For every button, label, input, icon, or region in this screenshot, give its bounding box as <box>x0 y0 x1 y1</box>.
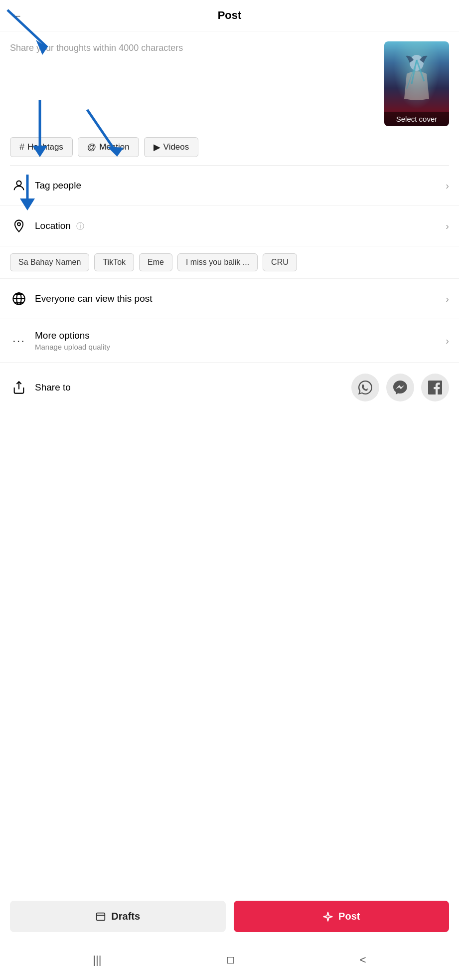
post-button[interactable]: Post <box>234 901 450 932</box>
svg-point-12 <box>16 181 21 186</box>
drafts-button[interactable]: Drafts <box>10 901 226 932</box>
share-icons-group <box>351 374 449 401</box>
location-row[interactable]: Location ⓘ › <box>0 206 459 246</box>
nav-home-button[interactable]: □ <box>227 954 234 967</box>
tag-people-row[interactable]: Tag people › <box>0 166 459 206</box>
drafts-icon <box>95 911 106 922</box>
system-nav: ||| □ < <box>0 940 459 980</box>
location-icon <box>10 217 28 235</box>
whatsapp-button[interactable] <box>351 374 379 401</box>
cover-label: Select cover <box>384 112 449 126</box>
tag-buttons-row: # Hashtags @ Mention ▶ Videos <box>0 131 459 165</box>
play-icon: ▶ <box>153 142 160 153</box>
bottom-bar: Drafts Post <box>0 893 459 940</box>
more-options-label: More options <box>35 330 446 341</box>
location-label: Location ⓘ <box>35 220 446 232</box>
location-tags-row: Sa Bahay Namen TikTok Eme I miss you bal… <box>0 246 459 279</box>
header: ← Post <box>0 0 459 31</box>
nav-menu-button[interactable]: ||| <box>93 954 101 967</box>
videos-button[interactable]: ▶ Videos <box>144 137 199 157</box>
more-options-chevron: › <box>446 335 449 347</box>
visibility-row[interactable]: Everyone can view this post › <box>0 279 459 319</box>
content-area: Share your thoughts within 4000 characte… <box>0 31 459 131</box>
more-options-icon: ··· <box>10 332 28 350</box>
tag-people-chevron: › <box>446 180 449 192</box>
messenger-button[interactable] <box>386 374 414 401</box>
tag-people-label: Tag people <box>35 180 446 191</box>
location-tag-3[interactable]: I miss you balik ... <box>177 253 258 271</box>
share-to-label: Share to <box>35 382 351 393</box>
page-title: Post <box>218 9 242 22</box>
person-icon <box>10 177 28 195</box>
more-options-subtitle: Manage upload quality <box>35 343 446 351</box>
caption-input[interactable]: Share your thoughts within 4000 characte… <box>10 41 376 55</box>
location-tag-4[interactable]: CRU <box>263 253 297 271</box>
hashtags-button[interactable]: # Hashtags <box>10 137 73 157</box>
more-options-row[interactable]: ··· More options Manage upload quality › <box>0 319 459 363</box>
mention-button[interactable]: @ Mention <box>78 137 139 157</box>
location-chevron: › <box>446 220 449 232</box>
cover-thumbnail[interactable]: Select cover <box>384 41 449 126</box>
visibility-label: Everyone can view this post <box>35 293 446 304</box>
hashtag-icon: # <box>19 142 24 153</box>
location-tag-1[interactable]: TikTok <box>94 253 134 271</box>
globe-icon <box>10 290 28 308</box>
location-tag-2[interactable]: Eme <box>139 253 172 271</box>
back-button[interactable]: ← <box>10 8 23 23</box>
svg-point-13 <box>17 223 20 226</box>
visibility-chevron: › <box>446 293 449 305</box>
facebook-button[interactable] <box>421 374 449 401</box>
location-tag-0[interactable]: Sa Bahay Namen <box>10 253 89 271</box>
share-to-row: Share to <box>0 363 459 412</box>
svg-rect-20 <box>97 913 105 920</box>
share-icon <box>10 379 28 396</box>
mention-icon: @ <box>87 142 96 153</box>
sparkle-icon <box>322 911 333 922</box>
location-info-icon: ⓘ <box>76 222 84 230</box>
nav-back-button[interactable]: < <box>360 954 366 967</box>
